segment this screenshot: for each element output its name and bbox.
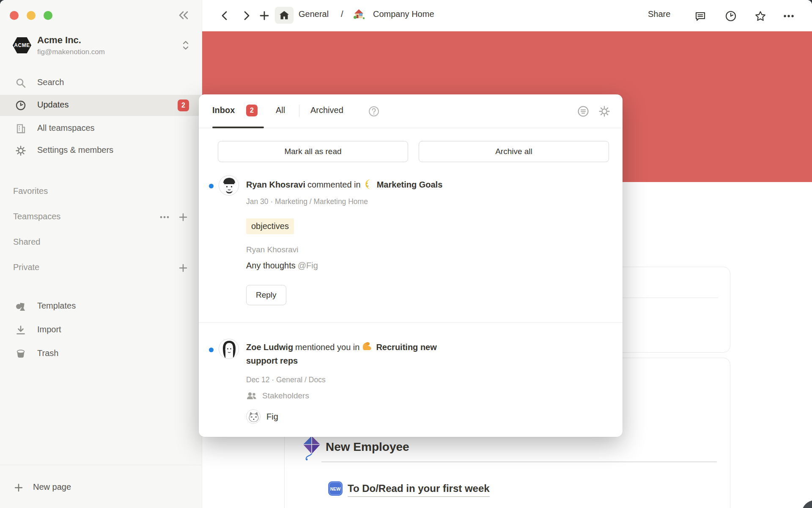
person-mention-row: Fig [246,409,278,424]
section-label: Shared [13,237,41,247]
more-options-icon[interactable] [782,10,793,21]
forward-icon[interactable] [241,10,252,21]
history-icon[interactable] [725,10,736,21]
sidebar-section-teamspaces[interactable]: Teamspaces [0,207,202,227]
sidebar-collapse-icon[interactable] [177,8,190,22]
trash-icon [15,348,26,359]
topbar: General / Company Home Share [202,0,812,31]
import-icon [15,325,26,336]
unread-dot [209,348,214,352]
window-minimize-button[interactable] [27,11,36,20]
share-button[interactable]: Share [648,9,670,19]
sidebar-divider [0,465,202,465]
notification-meta: Jan 30 · Marketing / Marketing Home [246,197,368,206]
breadcrumb-page[interactable]: Company Home [373,9,434,19]
workspace-email: fig@makenotion.com [37,48,105,56]
sidebar-item-all-teamspaces[interactable]: All teamspaces [0,119,202,139]
tab-archived[interactable]: Archived [310,105,343,115]
comment-text: Any thoughts@Fig [246,261,318,271]
search-icon [15,77,26,88]
notification-title: Zoe Ludwigmentioned you inRecruiting new… [246,340,466,367]
house-emoji [353,8,365,20]
raccoon-avatar [246,409,261,424]
page-title: New Employee [326,440,409,454]
new-page-button[interactable]: New page [0,475,202,501]
sidebar-section-shared[interactable]: Shared [0,233,202,252]
help-button[interactable] [802,500,812,508]
more-icon[interactable] [159,212,170,223]
action-text: mentioned you in [295,342,359,352]
active-tab-indicator [212,127,264,128]
section-label: Private [13,262,39,272]
notification-divider [199,322,623,323]
inbox-popover: Inbox 2 All Archived [199,94,623,437]
moon-face-emoji [363,179,374,190]
title-divider [321,461,717,462]
section-label: Favorites [13,186,48,196]
sidebar-item-search[interactable]: Search [0,73,202,93]
help-circle-icon[interactable] [368,105,380,117]
comments-icon[interactable] [694,10,705,21]
home-icon [279,10,290,21]
breadcrumb-separator: / [341,9,343,19]
window-zoom-button[interactable] [44,11,52,20]
new-page-label: New page [33,482,71,492]
add-teamspace-icon[interactable] [178,212,189,223]
breadcrumb-root[interactable]: General [299,9,329,19]
flex-biceps-emoji [362,341,373,352]
notification-meta: Dec 12 · General / Docs [246,375,326,384]
kite-emoji [301,435,322,461]
section-label: Teamspaces [13,212,60,221]
sidebar-item-label: Templates [37,301,76,311]
sidebar-section-favorites[interactable]: Favorites [0,182,202,202]
people-icon [246,391,257,401]
sidebar-item-label: Trash [37,348,58,358]
page-link-to-do-read[interactable]: To Do/Read in your first week [348,483,490,497]
sidebar-item-trash[interactable]: Trash [0,344,202,364]
favorite-star-icon[interactable] [754,10,765,21]
tab-inbox[interactable]: Inbox [212,105,235,115]
updates-unread-badge: 2 [178,99,189,111]
mark-all-read-button[interactable]: Mark all as read [218,141,408,162]
comment-author: Ryan Khosravi [246,245,299,254]
unfold-icon [181,40,190,51]
sidebar-item-templates[interactable]: Templates [0,296,202,317]
workspace-logo: ACME [13,37,31,53]
actor-name: Ryan Khosravi [246,180,305,189]
tab-all[interactable]: All [276,105,285,115]
workspace-switcher[interactable]: ACME Acme Inc. fig@makenotion.com [0,35,202,59]
avatar [219,175,239,196]
property-row: Stakeholders [246,391,309,401]
tab-divider [299,105,299,117]
sidebar-item-updates[interactable]: Updates 2 [0,95,202,116]
sidebar-item-label: Import [37,325,61,334]
new-tab-icon[interactable] [259,10,270,21]
sidebar-item-label: All teamspaces [37,123,95,133]
inbox-settings-gear-icon[interactable] [598,105,611,118]
sidebar: ACME Acme Inc. fig@makenotion.com Search [0,0,202,508]
add-private-page-icon[interactable] [178,262,189,273]
sidebar-section-private[interactable]: Private [0,258,202,278]
notification-title: Ryan Khosravicommented inMarketing Goals [246,178,517,191]
gear-icon [15,145,26,156]
window-close-button[interactable] [10,11,19,20]
actor-name: Zoe Ludwig [246,342,293,352]
svg-text:NEW: NEW [330,486,341,491]
sidebar-item-settings[interactable]: Settings & members [0,141,202,161]
building-icon [15,123,26,134]
avatar [219,339,239,359]
sidebar-item-import[interactable]: Import [0,320,202,340]
archive-all-button[interactable]: Archive all [419,141,609,162]
breadcrumb-home-button[interactable] [275,7,294,24]
plus-icon [14,483,24,493]
sidebar-item-label: Settings & members [37,145,113,155]
inbox-unread-badge: 2 [246,105,258,116]
clock-icon [15,100,26,111]
highlighted-text: objectives [246,218,294,234]
filter-icon[interactable] [577,105,590,118]
sidebar-item-label: Updates [37,100,69,110]
back-icon[interactable] [219,10,230,21]
reply-button[interactable]: Reply [246,285,286,305]
action-text: commented in [307,180,361,189]
mention-chip: @Fig [298,261,318,270]
